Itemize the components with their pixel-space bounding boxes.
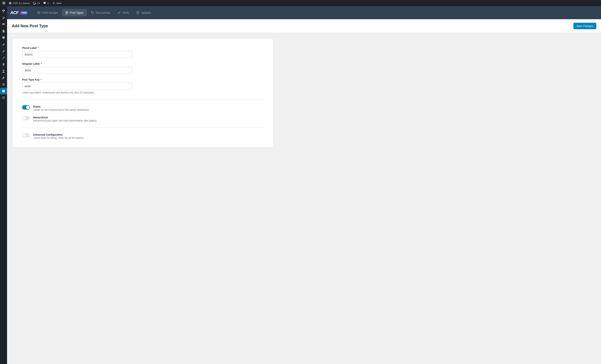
tab-tools[interactable]: Tools [114, 9, 132, 16]
post-type-key-label: Post Type Key * [22, 78, 132, 81]
menu-acf[interactable] [0, 88, 7, 94]
menu-appearance[interactable] [0, 54, 7, 61]
svg-point-3 [91, 12, 92, 12]
acf-tabs: Field Groups Post Types Taxonomies Tools… [34, 9, 154, 16]
tab-taxonomies[interactable]: Taxonomies [88, 9, 114, 16]
menu-collapse[interactable] [0, 94, 7, 101]
menu-dashboard[interactable] [0, 8, 7, 14]
public-switch[interactable] [22, 105, 30, 110]
updates-menu[interactable]: 14 [31, 0, 41, 6]
menu-cpt-2[interactable] [0, 48, 7, 54]
acf-logo-text: ACF [10, 10, 18, 15]
comments-menu[interactable]: 0 [41, 0, 50, 6]
tab-tools-label: Tools [122, 11, 129, 14]
hierarchical-switch[interactable] [22, 116, 30, 120]
field-plural-label: Plural Label * [22, 46, 132, 58]
public-label: Public [33, 105, 89, 108]
updates-count: 14 [37, 2, 40, 5]
tab-field-groups-label: Field Groups [42, 11, 58, 14]
required-marker: * [40, 78, 42, 81]
update-icon [33, 1, 36, 5]
tab-post-types[interactable]: Post Types [62, 9, 87, 16]
download-icon [136, 11, 140, 14]
svg-rect-1 [38, 12, 40, 14]
save-changes-button[interactable]: Save Changes [573, 23, 596, 29]
menu-users[interactable] [0, 68, 7, 74]
settings-card: Plural Label * Singular Label * Post Typ… [12, 38, 273, 147]
tag-icon [91, 11, 94, 14]
post-type-key-input[interactable] [22, 83, 132, 90]
menu-pages[interactable] [0, 28, 7, 34]
tab-updates-label: Updates [141, 11, 151, 14]
advanced-switch[interactable] [22, 133, 30, 138]
page-head: Add New Post Type Save Changes [7, 19, 601, 33]
new-content-label: New [56, 2, 61, 5]
divider [22, 128, 263, 128]
plural-label-label: Plural Label * [22, 46, 132, 49]
document-icon [65, 11, 69, 14]
tools-icon [117, 11, 121, 14]
site-name-menu[interactable]: ACF 6.1 Demo [7, 0, 31, 6]
toggle-advanced: Advanced Configuration I know what I'm d… [22, 133, 263, 139]
tab-taxonomies-label: Taxonomies [96, 11, 110, 14]
divider [22, 100, 263, 100]
field-post-type-key: Post Type Key * Lower case letters, unde… [22, 78, 132, 94]
menu-tools[interactable] [0, 74, 7, 81]
site-name-label: ACF 6.1 Demo [13, 2, 30, 5]
required-marker: * [40, 62, 42, 65]
hierarchical-desc: Hierarchical post types can have descend… [33, 119, 97, 122]
menu-posts[interactable] [0, 14, 7, 21]
svg-point-0 [2, 97, 5, 99]
menu-settings[interactable] [0, 81, 7, 88]
advanced-label: Advanced Configuration [33, 133, 84, 136]
toggle-hierarchical: Hierarchical Hierarchical post types can… [22, 116, 263, 122]
layers-icon [37, 11, 40, 14]
acf-header: ACF PRO Field Groups Post Types Taxonomi… [7, 6, 601, 19]
public-desc: Visible on the frontend and in the admin… [33, 109, 89, 111]
tab-field-groups[interactable]: Field Groups [34, 9, 61, 16]
plural-label-input[interactable] [22, 51, 132, 58]
menu-media[interactable] [0, 21, 7, 28]
menu-plugins[interactable] [0, 61, 7, 68]
wp-admin-menu [0, 6, 7, 364]
acf-logo[interactable]: ACF PRO [10, 10, 28, 15]
wordpress-icon [2, 1, 5, 5]
singular-label-label: Singular Label * [22, 62, 132, 65]
pro-badge: PRO [20, 11, 28, 14]
required-marker: * [37, 46, 39, 49]
wp-logo-menu[interactable] [1, 0, 7, 6]
advanced-desc: I know what I'm doing, show me all the o… [33, 137, 84, 139]
plus-icon [52, 1, 55, 5]
comment-icon [43, 1, 46, 5]
field-singular-label: Singular Label * [22, 62, 132, 74]
menu-comments[interactable] [0, 34, 7, 41]
tab-updates[interactable]: Updates [133, 9, 154, 16]
menu-cpt-1[interactable] [0, 41, 7, 48]
toggle-public: Public Visible on the frontend and in th… [22, 105, 263, 111]
post-type-key-desc: Lower case letters, underscores and dash… [22, 91, 132, 94]
home-icon [9, 1, 12, 5]
singular-label-input[interactable] [22, 67, 132, 74]
page-title: Add New Post Type [12, 24, 48, 28]
comments-count: 0 [47, 2, 49, 5]
wp-admin-bar: ACF 6.1 Demo 14 0 New [0, 0, 601, 6]
new-content-menu[interactable]: New [50, 0, 63, 6]
tab-post-types-label: Post Types [70, 11, 84, 14]
hierarchical-label: Hierarchical [33, 116, 97, 119]
